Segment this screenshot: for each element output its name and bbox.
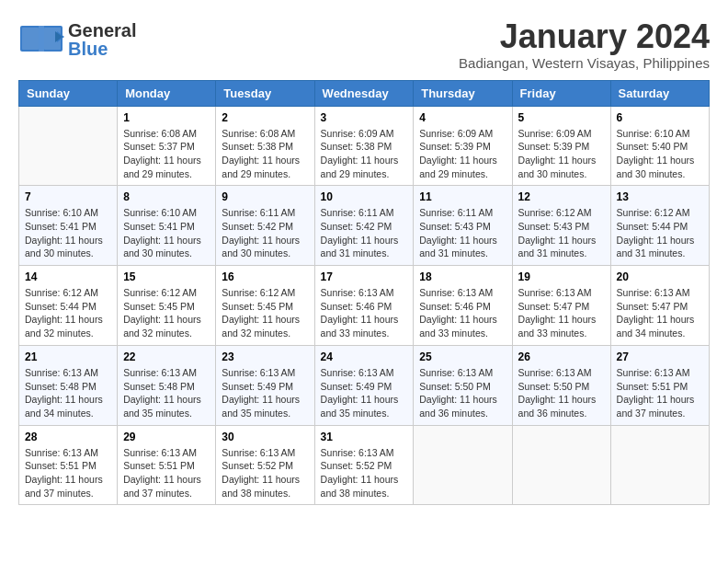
day-header-friday: Friday <box>512 80 610 106</box>
day-header-wednesday: Wednesday <box>314 80 414 106</box>
cell-info: Sunrise: 6:13 AMSunset: 5:47 PMDaylight:… <box>617 286 703 340</box>
cell-info: Sunrise: 6:13 AMSunset: 5:47 PMDaylight:… <box>518 286 605 340</box>
calendar-header-row: SundayMondayTuesdayWednesdayThursdayFrid… <box>19 80 710 106</box>
calendar-cell: 9Sunrise: 6:11 AMSunset: 5:42 PMDaylight… <box>216 186 314 266</box>
day-number: 8 <box>123 190 210 203</box>
calendar-cell: 12Sunrise: 6:12 AMSunset: 5:43 PMDayligh… <box>512 186 610 266</box>
logo-icon <box>18 18 64 60</box>
calendar-cell: 3Sunrise: 6:09 AMSunset: 5:38 PMDaylight… <box>314 106 414 186</box>
cell-info: Sunrise: 6:13 AMSunset: 5:46 PMDaylight:… <box>419 286 506 340</box>
cell-info: Sunrise: 6:09 AMSunset: 5:39 PMDaylight:… <box>518 127 605 181</box>
day-number: 13 <box>617 190 703 203</box>
day-number: 30 <box>222 431 308 443</box>
calendar-cell: 18Sunrise: 6:13 AMSunset: 5:46 PMDayligh… <box>414 266 512 346</box>
day-number: 14 <box>25 270 111 283</box>
day-header-thursday: Thursday <box>414 80 512 106</box>
cell-info: Sunrise: 6:13 AMSunset: 5:49 PMDaylight:… <box>321 366 408 420</box>
cell-info: Sunrise: 6:13 AMSunset: 5:46 PMDaylight:… <box>321 286 408 340</box>
calendar-cell: 31Sunrise: 6:13 AMSunset: 5:52 PMDayligh… <box>314 425 414 505</box>
calendar-week-row: 1Sunrise: 6:08 AMSunset: 5:37 PMDaylight… <box>19 106 710 186</box>
cell-info: Sunrise: 6:13 AMSunset: 5:51 PMDaylight:… <box>25 446 111 500</box>
calendar-cell: 30Sunrise: 6:13 AMSunset: 5:52 PMDayligh… <box>216 425 314 505</box>
day-number: 16 <box>222 270 308 283</box>
calendar-cell: 6Sunrise: 6:10 AMSunset: 5:40 PMDaylight… <box>610 106 709 186</box>
calendar-cell <box>19 106 118 186</box>
day-header-monday: Monday <box>118 80 216 106</box>
cell-info: Sunrise: 6:13 AMSunset: 5:52 PMDaylight:… <box>321 446 408 500</box>
day-header-saturday: Saturday <box>610 80 709 106</box>
calendar-cell: 21Sunrise: 6:13 AMSunset: 5:48 PMDayligh… <box>19 345 118 425</box>
logo-blue: Blue <box>68 40 136 58</box>
cell-info: Sunrise: 6:13 AMSunset: 5:50 PMDaylight:… <box>419 366 506 420</box>
day-number: 3 <box>321 111 408 124</box>
calendar-cell: 1Sunrise: 6:08 AMSunset: 5:37 PMDaylight… <box>118 106 216 186</box>
day-number: 1 <box>123 111 210 124</box>
cell-info: Sunrise: 6:12 AMSunset: 5:44 PMDaylight:… <box>617 206 703 260</box>
calendar-cell: 28Sunrise: 6:13 AMSunset: 5:51 PMDayligh… <box>19 425 118 505</box>
calendar-cell: 20Sunrise: 6:13 AMSunset: 5:47 PMDayligh… <box>610 266 709 346</box>
cell-info: Sunrise: 6:13 AMSunset: 5:49 PMDaylight:… <box>222 366 308 420</box>
day-number: 4 <box>419 111 506 124</box>
day-number: 9 <box>222 190 308 203</box>
calendar-cell: 7Sunrise: 6:10 AMSunset: 5:41 PMDaylight… <box>19 186 118 266</box>
month-title: January 2024 <box>459 18 710 55</box>
cell-info: Sunrise: 6:13 AMSunset: 5:52 PMDaylight:… <box>222 446 308 500</box>
day-number: 7 <box>25 190 111 203</box>
day-number: 29 <box>123 431 210 443</box>
calendar-week-row: 21Sunrise: 6:13 AMSunset: 5:48 PMDayligh… <box>19 345 710 425</box>
cell-info: Sunrise: 6:12 AMSunset: 5:45 PMDaylight:… <box>222 286 308 340</box>
day-number: 25 <box>419 350 506 363</box>
cell-info: Sunrise: 6:11 AMSunset: 5:42 PMDaylight:… <box>222 206 308 260</box>
cell-info: Sunrise: 6:10 AMSunset: 5:41 PMDaylight:… <box>25 206 111 260</box>
calendar-table: SundayMondayTuesdayWednesdayThursdayFrid… <box>18 80 710 506</box>
title-block: January 2024 Badiangan, Western Visayas,… <box>459 18 710 71</box>
cell-info: Sunrise: 6:13 AMSunset: 5:48 PMDaylight:… <box>123 366 210 420</box>
day-number: 24 <box>321 350 408 363</box>
svg-rect-2 <box>39 26 44 52</box>
day-number: 31 <box>321 431 408 443</box>
calendar-week-row: 7Sunrise: 6:10 AMSunset: 5:41 PMDaylight… <box>19 186 710 266</box>
calendar-cell <box>414 425 512 505</box>
day-number: 27 <box>617 350 703 363</box>
day-number: 28 <box>25 431 111 443</box>
calendar-cell: 27Sunrise: 6:13 AMSunset: 5:51 PMDayligh… <box>610 345 709 425</box>
day-number: 23 <box>222 350 308 363</box>
day-header-tuesday: Tuesday <box>216 80 314 106</box>
day-number: 12 <box>518 190 605 203</box>
day-number: 17 <box>321 270 408 283</box>
calendar-cell: 10Sunrise: 6:11 AMSunset: 5:42 PMDayligh… <box>314 186 414 266</box>
day-number: 21 <box>25 350 111 363</box>
calendar-week-row: 14Sunrise: 6:12 AMSunset: 5:44 PMDayligh… <box>19 266 710 346</box>
svg-rect-3 <box>22 28 39 50</box>
calendar-cell: 4Sunrise: 6:09 AMSunset: 5:39 PMDaylight… <box>414 106 512 186</box>
calendar-cell: 24Sunrise: 6:13 AMSunset: 5:49 PMDayligh… <box>314 345 414 425</box>
calendar-cell: 15Sunrise: 6:12 AMSunset: 5:45 PMDayligh… <box>118 266 216 346</box>
calendar-cell: 2Sunrise: 6:08 AMSunset: 5:38 PMDaylight… <box>216 106 314 186</box>
day-number: 19 <box>518 270 605 283</box>
cell-info: Sunrise: 6:12 AMSunset: 5:43 PMDaylight:… <box>518 206 605 260</box>
calendar-cell: 26Sunrise: 6:13 AMSunset: 5:50 PMDayligh… <box>512 345 610 425</box>
calendar-cell: 5Sunrise: 6:09 AMSunset: 5:39 PMDaylight… <box>512 106 610 186</box>
day-number: 5 <box>518 111 605 124</box>
cell-info: Sunrise: 6:10 AMSunset: 5:41 PMDaylight:… <box>123 206 210 260</box>
logo-text: General Blue <box>68 21 136 58</box>
calendar-cell: 22Sunrise: 6:13 AMSunset: 5:48 PMDayligh… <box>118 345 216 425</box>
calendar-cell: 17Sunrise: 6:13 AMSunset: 5:46 PMDayligh… <box>314 266 414 346</box>
cell-info: Sunrise: 6:13 AMSunset: 5:51 PMDaylight:… <box>123 446 210 500</box>
cell-info: Sunrise: 6:12 AMSunset: 5:44 PMDaylight:… <box>25 286 111 340</box>
calendar-week-row: 28Sunrise: 6:13 AMSunset: 5:51 PMDayligh… <box>19 425 710 505</box>
cell-info: Sunrise: 6:08 AMSunset: 5:38 PMDaylight:… <box>222 127 308 181</box>
day-number: 26 <box>518 350 605 363</box>
cell-info: Sunrise: 6:13 AMSunset: 5:50 PMDaylight:… <box>518 366 605 420</box>
logo: General Blue <box>18 18 136 60</box>
calendar-cell: 11Sunrise: 6:11 AMSunset: 5:43 PMDayligh… <box>414 186 512 266</box>
calendar-cell: 13Sunrise: 6:12 AMSunset: 5:44 PMDayligh… <box>610 186 709 266</box>
cell-info: Sunrise: 6:11 AMSunset: 5:43 PMDaylight:… <box>419 206 506 260</box>
day-number: 15 <box>123 270 210 283</box>
day-number: 20 <box>617 270 703 283</box>
cell-info: Sunrise: 6:08 AMSunset: 5:37 PMDaylight:… <box>123 127 210 181</box>
cell-info: Sunrise: 6:13 AMSunset: 5:51 PMDaylight:… <box>617 366 703 420</box>
cell-info: Sunrise: 6:12 AMSunset: 5:45 PMDaylight:… <box>123 286 210 340</box>
calendar-cell: 16Sunrise: 6:12 AMSunset: 5:45 PMDayligh… <box>216 266 314 346</box>
cell-info: Sunrise: 6:10 AMSunset: 5:40 PMDaylight:… <box>617 127 703 181</box>
